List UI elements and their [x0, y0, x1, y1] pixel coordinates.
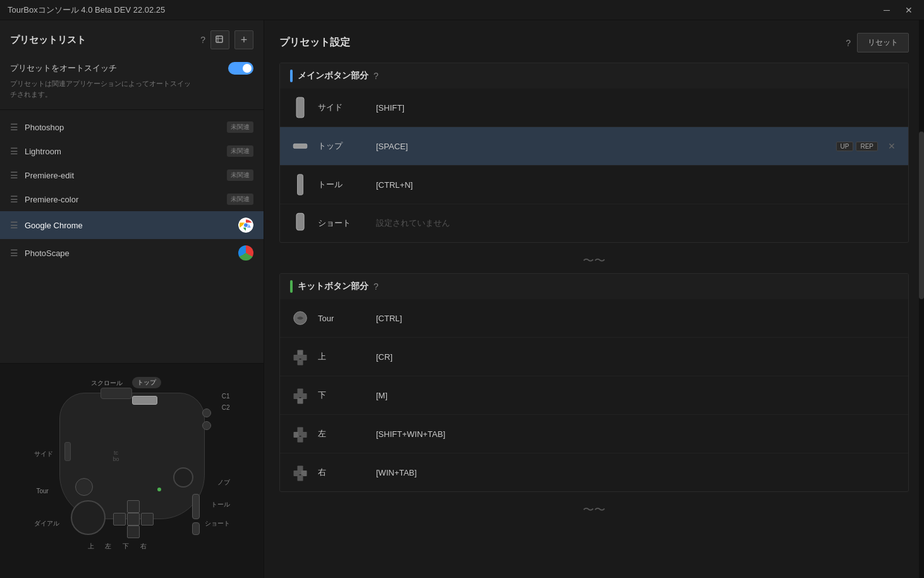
tall-label: トール [211, 500, 230, 509]
short-button [192, 522, 200, 535]
c2-label: C2 [222, 404, 230, 411]
preset-badge: 未関連 [227, 145, 253, 157]
top-button-row[interactable]: トップ [SPACE] UP REP ✕ [280, 127, 908, 166]
reset-button[interactable]: リセット [857, 33, 909, 52]
preset-name: Premiere-color [25, 195, 221, 204]
left-kit-name: 左 [318, 428, 368, 440]
side-button-row[interactable]: サイド [SHIFT] [280, 89, 908, 127]
edit-icon [216, 35, 224, 44]
up-kit-row[interactable]: 上 [CR] [280, 338, 908, 376]
main-button-section: メインボタン部分 ? サイド [SHIFT] [279, 63, 909, 243]
drag-icon: ☰ [10, 170, 18, 180]
left-label: 左 [105, 542, 111, 551]
side-btn-name: サイド [318, 102, 368, 113]
chrome-app-icon [238, 218, 253, 233]
auto-switch-toggle[interactable] [228, 62, 253, 75]
minimize-button[interactable]: ─ [880, 4, 894, 16]
down-kit-row[interactable]: 下 [M] [280, 376, 908, 415]
scrollbar-thumb[interactable] [919, 132, 924, 299]
preset-item-photoscape[interactable]: ☰ PhotoScape [0, 239, 264, 267]
top-btn-icon [290, 136, 310, 156]
main-section-title: メインボタン部分 [298, 70, 368, 82]
preset-header: プリセットリスト ? + [0, 20, 264, 57]
short-btn-icon [290, 213, 310, 233]
preset-item-photoshop[interactable]: ☰ Photoshop 未関連 [0, 115, 264, 139]
left-kit-shortcut: [SHIFT+WIN+TAB] [376, 429, 898, 439]
drag-icon: ☰ [10, 146, 18, 156]
tour-button [75, 478, 93, 496]
svg-rect-30 [298, 476, 303, 481]
preset-name: Premiere-edit [25, 171, 221, 180]
main-section-expand[interactable]: 〜〜 [264, 248, 924, 273]
svg-rect-25 [298, 437, 303, 443]
auto-switch-row: プリセットをオートスイッチ [10, 62, 253, 75]
right-kit-shortcut: [WIN+TAB] [376, 468, 898, 477]
top-btn-shortcut: [SPACE] [376, 142, 829, 151]
preset-item-premiere-edit[interactable]: ☰ Premiere-edit 未関連 [0, 163, 264, 187]
tour-kit-shortcut: [CTRL] [376, 314, 898, 323]
preset-name: Google Chrome [25, 221, 232, 230]
kit-section-header: キットボタン部分 ? [280, 274, 908, 299]
dpad-up [127, 500, 140, 513]
scroll-knob [100, 388, 132, 399]
dial [71, 500, 106, 535]
tour-kit-name: Tour [318, 314, 368, 323]
drag-icon: ☰ [10, 194, 18, 204]
top-row-close-icon[interactable]: ✕ [885, 140, 898, 152]
right-kit-icon [290, 462, 310, 483]
svg-point-5 [244, 223, 248, 227]
drag-icon: ☰ [10, 122, 18, 132]
auto-switch-desc: プリセットは関連アプリケーションによってオートスイッチされます。 [10, 78, 253, 99]
left-kit-row[interactable]: 左 [SHIFT+WIN+TAB] [280, 415, 908, 453]
top-button [132, 396, 157, 405]
close-button[interactable]: ✕ [901, 4, 916, 16]
top-btn-badges: UP REP [836, 142, 878, 151]
up-kit-shortcut: [CR] [376, 352, 898, 362]
right-kit-row[interactable]: 右 [WIN+TAB] [280, 453, 908, 491]
c1-button [202, 409, 211, 417]
preset-list-help-icon[interactable]: ? [200, 35, 205, 45]
preset-item-lightroom[interactable]: ☰ Lightroom 未関連 [0, 139, 264, 163]
preset-item-chrome[interactable]: ☰ Google Chrome [0, 211, 264, 239]
preset-settings-title: プリセット設定 [279, 36, 839, 49]
titlebar: TourBoxコンソール 4.0 Beta DEV 22.02.25 ─ ✕ [0, 0, 924, 20]
down-kit-name: 下 [318, 390, 368, 401]
svg-rect-6 [296, 97, 304, 118]
kit-section-expand[interactable]: 〜〜 [264, 497, 924, 522]
preset-item-premiere-color[interactable]: ☰ Premiere-color 未関連 [0, 187, 264, 211]
tour-kit-row[interactable]: Tour [CTRL] [280, 299, 908, 338]
left-kit-icon [290, 424, 310, 444]
svg-rect-20 [298, 398, 303, 404]
short-button-row[interactable]: ショート 設定されていません [280, 204, 908, 242]
short-btn-name: ショート [318, 218, 368, 229]
knob-label: ノブ [217, 478, 230, 487]
tall-btn-shortcut: [CTRL+N] [376, 180, 898, 190]
side-btn-shortcut: [SHIFT] [376, 103, 898, 113]
edit-preset-button[interactable] [210, 30, 229, 49]
drag-icon: ☰ [10, 220, 18, 230]
preset-name: Lightroom [25, 147, 221, 156]
down-label: 下 [123, 542, 129, 551]
dpad-right [141, 513, 154, 526]
up-badge: UP [836, 142, 854, 151]
preset-settings-header: プリセット設定 ? リセット [264, 20, 924, 63]
main-layout: プリセットリスト ? + プリセットをオートスイッチ [0, 20, 924, 578]
controller-diagram: スクロール トップ C1 C2 サイド Tour ダイアル ノブ トール ショー… [34, 374, 230, 551]
add-preset-button[interactable]: + [234, 30, 253, 49]
svg-rect-8 [298, 175, 303, 195]
green-dot [157, 488, 161, 491]
preset-header-icons: + [210, 30, 253, 49]
kit-section-help-icon: ? [374, 281, 379, 292]
top-label-tag[interactable]: トップ [132, 377, 161, 388]
preset-settings-help-icon: ? [846, 38, 851, 48]
titlebar-title: TourBoxコンソール 4.0 Beta DEV 22.02.25 [8, 4, 880, 16]
down-kit-icon [290, 385, 310, 405]
tour-kit-icon [290, 308, 310, 328]
svg-rect-7 [293, 144, 307, 148]
tall-button-row[interactable]: トール [CTRL+N] [280, 166, 908, 204]
kit-section-indicator [290, 280, 293, 293]
auto-switch-label: プリセットをオートスイッチ [10, 63, 117, 74]
preset-badge: 未関連 [227, 121, 253, 133]
preset-list: ☰ Photoshop 未関連 ☰ Lightroom 未関連 ☰ Premie… [0, 110, 264, 363]
preset-badge: 未関連 [227, 194, 253, 205]
